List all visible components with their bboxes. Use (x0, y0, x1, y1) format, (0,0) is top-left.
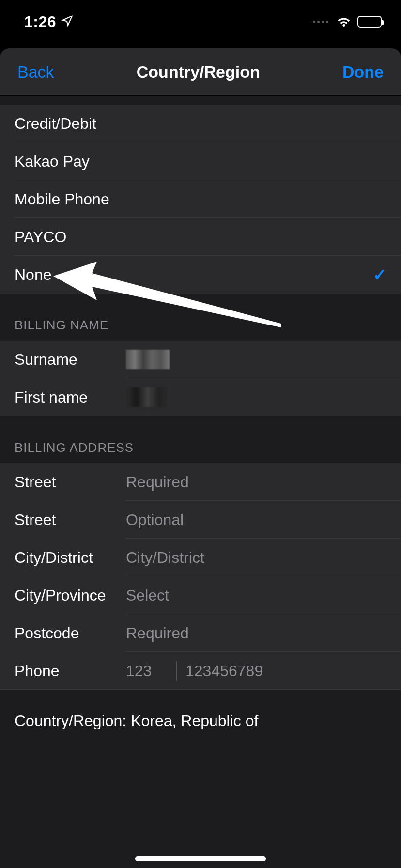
section-header-billing-address: BILLING ADDRESS (0, 416, 401, 463)
status-right (313, 15, 382, 29)
surname-value-redacted (126, 350, 170, 369)
status-left: 1:26 (24, 13, 74, 31)
city-label: City/District (15, 549, 126, 567)
battery-icon (357, 16, 382, 28)
payment-option-label: Credit/Debit (15, 115, 96, 133)
city-input[interactable] (126, 549, 386, 567)
cell-signal-icon (313, 21, 330, 23)
firstname-label: First name (15, 388, 126, 406)
province-input[interactable] (126, 587, 386, 604)
street2-input[interactable] (126, 511, 386, 529)
payment-option-label: PAYCO (15, 228, 66, 246)
checkmark-icon: ✓ (373, 265, 386, 284)
settings-sheet: Back Country/Region Done Credit/Debit Ka… (0, 48, 401, 868)
location-arrow-icon (61, 15, 74, 29)
firstname-value-redacted (126, 388, 170, 407)
postcode-input[interactable] (126, 624, 386, 642)
street-input[interactable] (126, 473, 386, 491)
status-bar: 1:26 (0, 0, 401, 44)
billing-address-group: Street Street City/District City/Provinc… (0, 463, 401, 690)
payment-option-payco[interactable]: PAYCO (0, 218, 401, 256)
province-label: City/Province (15, 587, 126, 604)
payment-option-mobile-phone[interactable]: Mobile Phone (0, 180, 401, 218)
surname-label: Surname (15, 351, 126, 369)
navbar: Back Country/Region Done (0, 48, 401, 96)
payment-option-none[interactable]: None ✓ (0, 256, 401, 294)
surname-row[interactable]: Surname (0, 341, 401, 378)
street2-row[interactable]: Street (0, 501, 401, 539)
firstname-row[interactable]: First name (0, 378, 401, 416)
phone-label: Phone (15, 662, 126, 680)
wifi-icon (336, 15, 352, 29)
status-time: 1:26 (24, 13, 56, 31)
phone-prefix-input[interactable] (126, 662, 168, 680)
back-button[interactable]: Back (17, 62, 54, 81)
content: Credit/Debit Kakao Pay Mobile Phone PAYC… (0, 96, 401, 868)
payment-method-group: Credit/Debit Kakao Pay Mobile Phone PAYC… (0, 105, 401, 294)
billing-name-group: Surname First name (0, 341, 401, 416)
home-indicator[interactable] (135, 856, 266, 861)
phone-separator (176, 661, 177, 681)
payment-option-credit-debit[interactable]: Credit/Debit (0, 105, 401, 142)
postcode-label: Postcode (15, 624, 126, 642)
payment-option-label: Kakao Pay (15, 153, 90, 170)
phone-number-input[interactable] (185, 662, 386, 680)
section-header-billing-name: BILLING NAME (0, 294, 401, 341)
done-button[interactable]: Done (342, 62, 384, 81)
city-row[interactable]: City/District (0, 539, 401, 576)
payment-option-label: None (15, 266, 52, 284)
street-label: Street (15, 473, 126, 491)
payment-option-kakao-pay[interactable]: Kakao Pay (0, 142, 401, 180)
province-row[interactable]: City/Province (0, 576, 401, 614)
country-region-value: Country/Region: Korea, Republic of (15, 712, 258, 729)
postcode-row[interactable]: Postcode (0, 614, 401, 652)
street-row[interactable]: Street (0, 463, 401, 501)
country-region-footer[interactable]: Country/Region: Korea, Republic of (0, 690, 401, 744)
phone-row[interactable]: Phone (0, 652, 401, 690)
payment-option-label: Mobile Phone (15, 190, 109, 208)
street2-label: Street (15, 511, 126, 529)
page-title: Country/Region (137, 62, 260, 81)
